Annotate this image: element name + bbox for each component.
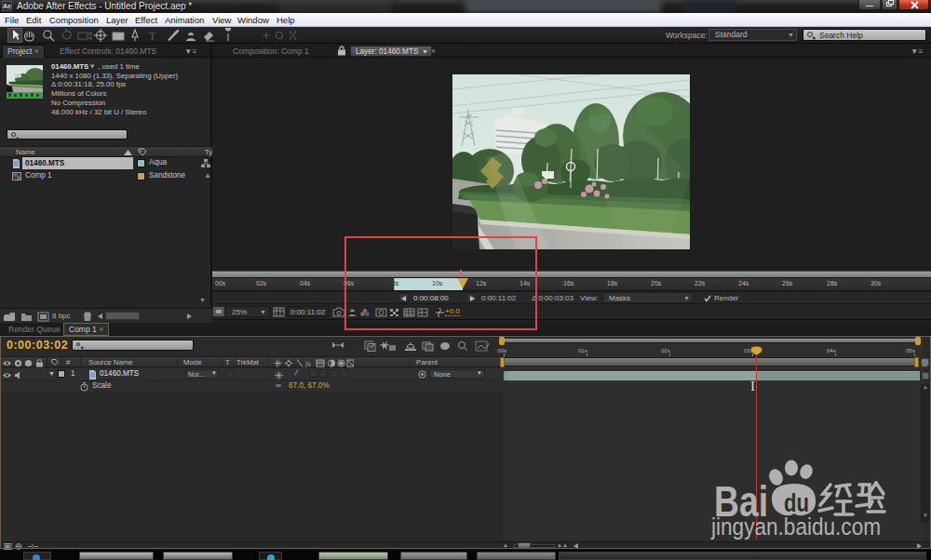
- svg-text:T: T: [149, 30, 156, 43]
- svg-text:jingyan.baidu.com: jingyan.baidu.com: [710, 513, 881, 540]
- svg-text:fx: fx: [305, 360, 311, 368]
